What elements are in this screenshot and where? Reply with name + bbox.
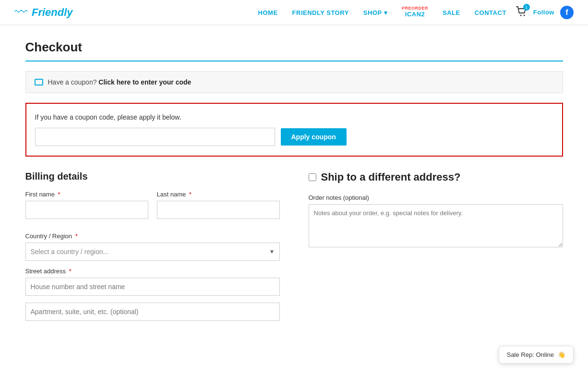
nav-item-home[interactable]: HOME [258,9,278,16]
last-name-required: * [189,191,192,198]
coupon-notice-text: Have a coupon? Click here to enter your … [48,78,192,86]
chat-widget[interactable]: Sale Rep: Online 👋 [499,346,574,347]
first-name-input[interactable] [25,201,148,219]
country-label: Country / Region * [25,232,280,240]
coupon-box: If you have a coupon code, please apply … [25,103,563,157]
first-name-group: First name * [25,191,148,219]
first-name-label: First name * [25,191,148,198]
nav-link-shop[interactable]: SHOP ▾ [363,9,387,16]
order-notes-label: Order notes (optional) [309,194,563,201]
logo-text: Friendly [32,6,73,19]
logo-icon: 〰 [14,4,28,20]
apartment-input[interactable] [25,303,280,321]
coupon-notice-icon [35,79,43,85]
country-group: Country / Region * Select a country / re… [25,232,280,261]
last-name-group: Last name * [157,191,280,219]
facebook-icon[interactable]: f [560,6,574,19]
country-required: * [75,232,78,240]
nav-link-ican2[interactable]: PREORDER ICAN2 [402,6,428,18]
coupon-input-row: Apply coupon [35,128,553,146]
nav-link-sale[interactable]: SALE [443,9,460,16]
coupon-input[interactable] [35,128,275,146]
order-notes-textarea[interactable] [309,204,563,247]
last-name-input[interactable] [157,201,280,219]
coupon-notice-link[interactable]: Click here to enter your code [98,78,191,86]
order-notes-group: Order notes (optional) [309,194,563,247]
follow-button[interactable]: Follow [533,9,554,16]
navbar-right: 1 Follow f [516,6,574,19]
nav-link-contact[interactable]: CONTACT [475,9,506,16]
first-name-required: * [58,191,60,198]
street-label: Street address * [25,268,280,275]
country-select[interactable]: Select a country / region... [25,243,280,261]
nav-item-ican2[interactable]: PREORDER ICAN2 [402,6,428,18]
coupon-instruction: If you have a coupon code, please apply … [35,113,553,121]
street-group: Street address * [25,268,280,296]
cart-icon[interactable]: 1 [516,6,528,18]
nav-item-shop[interactable]: SHOP ▾ [363,9,387,16]
svg-point-1 [523,15,525,16]
nav-item-friendly-story[interactable]: FRIENDLY STORY [292,9,349,16]
nav-item-contact[interactable]: CONTACT [475,9,506,16]
apply-coupon-button[interactable]: Apply coupon [281,128,347,146]
nav-links: HOME FRIENDLY STORY SHOP ▾ PREORDER ICAN… [258,6,506,18]
billing-column: Billing details First name * Last name * [25,171,280,328]
ship-section: Ship to a different address? [309,171,563,183]
cart-badge: 1 [523,4,530,11]
billing-title: Billing details [25,171,280,182]
page-title: Checkout [25,40,563,55]
main-content: Checkout Have a coupon? Click here to en… [11,25,577,347]
title-underline [25,61,563,61]
svg-point-0 [520,15,521,16]
country-select-wrap: Select a country / region... ▼ [25,243,280,261]
coupon-notice: Have a coupon? Click here to enter your … [25,71,563,93]
nav-item-sale[interactable]: SALE [443,9,460,16]
name-row: First name * Last name * [25,191,280,226]
navbar: 〰 Friendly HOME FRIENDLY STORY SHOP ▾ PR… [0,0,588,25]
apartment-group [25,303,280,321]
street-input[interactable] [25,278,280,296]
nav-link-friendly-story[interactable]: FRIENDLY STORY [292,9,349,16]
shipping-column: Ship to a different address? Order notes… [309,171,563,254]
street-required: * [69,268,72,275]
ship-checkbox[interactable] [309,173,316,181]
logo[interactable]: 〰 Friendly [14,4,73,20]
nav-link-home[interactable]: HOME [258,9,278,16]
last-name-label: Last name * [157,191,280,198]
ship-title: Ship to a different address? [321,171,461,183]
ship-label-row: Ship to a different address? [309,171,563,183]
checkout-columns: Billing details First name * Last name * [25,171,563,328]
